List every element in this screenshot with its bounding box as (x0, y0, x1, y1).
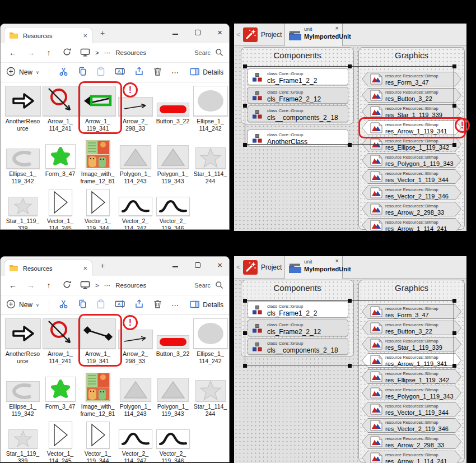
file-tile[interactable]: Form_​3_​47 (41, 374, 79, 418)
file-tile[interactable]: Form_​3_​47 (41, 142, 79, 185)
file-tile[interactable]: Vector_​2_​119_​346 (154, 422, 192, 462)
selection-handle[interactable] (452, 104, 456, 108)
graphics-item[interactable]: resource Resources::Bitmapres_Arrow_1_11… (362, 218, 461, 231)
graphics-item[interactable]: resource Resources::Bitmapres_Form_3_47 (362, 304, 461, 319)
graphics-item[interactable]: resource Resources::Bitmapres_Ellipse_1_… (362, 369, 461, 384)
more-options-button[interactable]: ⋯ (171, 68, 179, 77)
graphics-item[interactable]: resource Resources::Bitmapres_Polygon_1_… (362, 153, 461, 168)
selection-handle[interactable] (243, 143, 247, 147)
graphics-item[interactable]: resource Resources::Bitmapres_Arrow_1_11… (362, 451, 461, 463)
file-tile[interactable]: Star_​1_​119_​339 (4, 189, 41, 230)
file-tile[interactable]: Vector_​1_​119_​344 (79, 189, 116, 230)
delete-button[interactable] (153, 67, 162, 78)
share-button[interactable] (134, 67, 144, 78)
file-tile[interactable]: Vector_​2_​119_​346 (154, 189, 192, 230)
copy-button[interactable] (78, 67, 87, 78)
file-tile[interactable]: Arrow_​1_​114_​241 (41, 84, 79, 132)
file-tile[interactable]: Arrow_​1_​119_​341 (79, 316, 116, 365)
component-item[interactable]: class Core::Groupcls_Frame1_2_2 (248, 301, 348, 318)
tab-scroll-left-icon[interactable]: < (236, 30, 241, 39)
file-tile[interactable]: Image_​with_​frame_​12_​81 (79, 374, 116, 418)
maximize-icon[interactable] (195, 262, 200, 268)
cut-button[interactable] (59, 67, 68, 78)
file-tile[interactable]: Star_​1_​114_​244 (192, 142, 229, 185)
selection-handle[interactable] (348, 299, 352, 303)
file-tile[interactable]: Ellipse_​1_​114_​242 (192, 316, 229, 365)
selection-handle[interactable] (243, 364, 247, 368)
file-tile[interactable]: Ellipse_​1_​119_​342 (4, 142, 41, 185)
tab-close-icon[interactable]: × (335, 257, 339, 264)
unit-diagram-canvas[interactable]: Components Graphics class Core::Groupcls… (234, 279, 466, 463)
tab-imported-unit[interactable]: unit MyImportedUnit × (284, 24, 343, 46)
explorer-tab-resources[interactable]: Resources × (4, 260, 92, 276)
new-button[interactable]: New ∨ (6, 67, 39, 78)
back-icon[interactable]: ← (4, 281, 22, 290)
graphics-item[interactable]: resource Resources::Bitmapres_Polygon_1_… (362, 386, 461, 400)
search-input[interactable]: Searc (194, 281, 226, 290)
tab-imported-unit[interactable]: unit MyImportedUnit × (284, 256, 343, 279)
file-tile[interactable]: Vector_​2_​114_​247 (116, 189, 154, 230)
breadcrumb-ellipsis[interactable]: ⋯ (104, 281, 111, 289)
selection-handle[interactable] (348, 64, 352, 68)
file-tile[interactable]: Arrow_​1_​119_​341 (79, 84, 116, 132)
component-item[interactable]: class Core::Groupcls_Frame2_2_12 (248, 320, 348, 336)
more-options-button[interactable]: ⋯ (171, 301, 179, 309)
paste-button[interactable] (96, 299, 105, 311)
file-tile[interactable]: Vector_​1_​114_​245 (41, 422, 79, 462)
graphics-item[interactable]: resource Resources::Bitmapres_Form_3_47 (362, 72, 461, 86)
file-tile[interactable]: AnotherResource (4, 84, 41, 132)
graphics-item[interactable]: resource Resources::Bitmapres_Button_3_2… (362, 321, 461, 335)
forward-icon[interactable]: → (22, 48, 40, 57)
file-tile[interactable]: Button_​3_​22 (154, 84, 192, 132)
selection-handle[interactable] (452, 64, 456, 68)
up-icon[interactable]: ↑ (40, 281, 58, 290)
selection-handle[interactable] (452, 299, 456, 303)
file-tile[interactable]: Vector_​1_​114_​245 (41, 189, 79, 230)
file-tile[interactable]: Arrow_​1_​114_​241 (41, 316, 79, 365)
file-tile[interactable]: Button_​3_​22 (154, 316, 192, 365)
up-icon[interactable]: ↑ (40, 48, 58, 57)
rename-button[interactable]: A (115, 299, 125, 311)
file-tile[interactable]: Image_​with_​frame_​12_​81 (79, 142, 116, 185)
graphics-item[interactable]: resource Resources::Bitmapres_Arrow_1_11… (362, 353, 461, 368)
paste-button[interactable] (96, 67, 105, 78)
tab-project[interactable]: Project (261, 31, 282, 39)
refresh-icon[interactable] (58, 280, 76, 290)
file-tile[interactable]: Polygon_​1_​119_​343 (154, 142, 192, 185)
graphics-item[interactable]: resource Resources::Bitmapres_Vector_1_1… (362, 402, 461, 416)
cut-button[interactable] (59, 299, 68, 311)
component-item[interactable]: class Core::Groupcls__components_2_18 (248, 338, 348, 355)
file-tile[interactable]: Ellipse_​1_​119_​342 (4, 374, 41, 418)
search-input[interactable]: Searc (194, 48, 226, 58)
minimize-icon[interactable] (172, 266, 178, 267)
file-tile[interactable]: Star_​1_​119_​339 (4, 422, 41, 462)
file-tile[interactable]: Vector_​2_​114_​247 (116, 422, 154, 462)
selection-handle[interactable] (452, 364, 456, 368)
new-tab-button[interactable]: + (100, 29, 105, 38)
tab-project[interactable]: Project (261, 263, 282, 271)
component-item[interactable]: class Core::Groupcls__components_2_18 (248, 105, 348, 122)
details-button[interactable]: Details (190, 300, 223, 310)
component-item[interactable]: class Core::Groupcls_Frame2_2_12 (248, 87, 348, 104)
share-button[interactable] (134, 299, 144, 311)
selection-handle[interactable] (243, 299, 247, 303)
close-icon[interactable]: × (217, 262, 222, 268)
copy-button[interactable] (78, 299, 87, 311)
maximize-icon[interactable] (195, 30, 200, 35)
minimize-icon[interactable] (172, 34, 178, 35)
close-icon[interactable]: × (217, 29, 222, 36)
selection-handle[interactable] (348, 364, 352, 368)
graphics-item[interactable]: resource Resources::Bitmapres_Arrow_2_29… (362, 434, 461, 449)
selection-handle[interactable] (452, 331, 456, 335)
unit-diagram-canvas[interactable]: Components Graphics class Core::Groupcls… (234, 46, 466, 231)
file-tile[interactable]: AnotherResource (4, 316, 41, 365)
file-tile[interactable]: Ellipse_​1_​114_​242 (192, 84, 229, 132)
breadcrumb[interactable]: > ⋯ Resources (80, 48, 146, 58)
graphics-item[interactable]: resource Resources::Bitmapres_Vector_2_1… (362, 186, 461, 200)
rename-button[interactable]: A (115, 67, 125, 78)
forward-icon[interactable]: → (22, 281, 40, 290)
file-tile[interactable]: Star_​1_​114_​244 (192, 374, 229, 418)
tab-close-icon[interactable]: × (335, 25, 339, 31)
graphics-item[interactable]: resource Resources::Bitmapres_Star_1_119… (362, 104, 461, 119)
graphics-item[interactable]: resource Resources::Bitmapres_Vector_1_1… (362, 169, 461, 184)
